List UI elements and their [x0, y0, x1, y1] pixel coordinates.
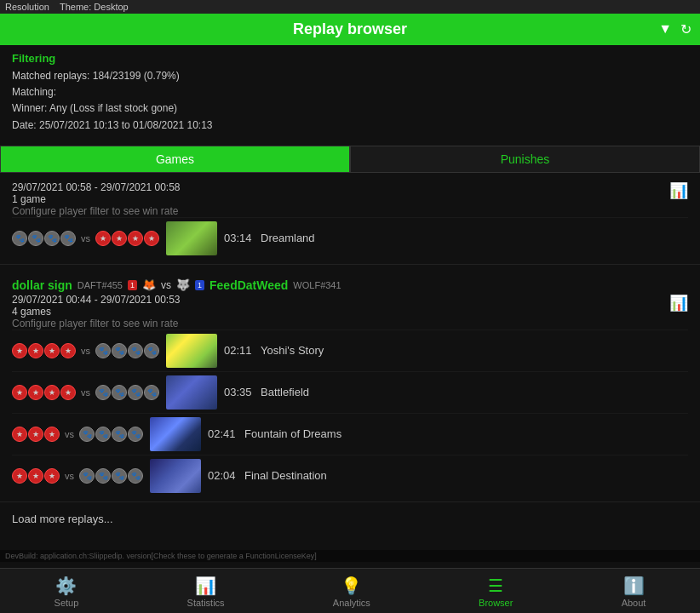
game-row-battlefield[interactable]: ★ ★ ★ ★ vs 🐾 🐾 🐾 🐾 03:35 Battlefield	[12, 371, 688, 413]
statistics-icon: 📊	[195, 576, 216, 596]
game-time-fountain: 02:41	[208, 427, 238, 440]
header: Replay browser ▼ ↻	[0, 14, 700, 45]
analytics-icon: 💡	[341, 576, 362, 596]
filtering-info: Matched replays: 184/23199 (0.79%) Match…	[12, 68, 688, 134]
tabs-container: Games Punishes	[0, 146, 700, 173]
left-chars-1: 🐾 🐾 🐾 🐾 vs ★ ★ ★ ★	[12, 231, 159, 246]
date-range-text: Date: 25/07/2021 10:13 to 01/08/2021 10:…	[12, 117, 688, 134]
filtering-title: Filtering	[12, 52, 688, 65]
about-icon: ℹ️	[623, 576, 645, 596]
matching-label: Matching:	[12, 84, 688, 100]
player1-char-icon: 🦊	[142, 278, 156, 291]
player2-char-icon: 🐺	[176, 278, 190, 291]
game-row-fountain[interactable]: ★ ★ ★ vs 🐾 🐾 🐾 🐾 02:41 Fountain of Dream…	[12, 413, 688, 455]
date-range-1: 29/07/2021 00:58 - 29/07/2021 00:58	[12, 181, 181, 193]
vs-sep: vs	[161, 279, 171, 291]
game-count-2: 4 games	[12, 306, 181, 318]
nav-setup-label: Setup	[55, 598, 79, 608]
char-icon: ★	[144, 231, 159, 246]
char-icon: ★	[112, 231, 127, 246]
chart-icon-1[interactable]: 📊	[669, 181, 688, 200]
stage-thumb-fountain	[150, 417, 201, 451]
game-stage-battlefield: Battlefield	[261, 386, 309, 398]
game-row-yoshi[interactable]: ★ ★ ★ ★ vs 🐾 🐾 🐾 🐾 02:11 Yoshi's Story	[12, 329, 688, 371]
menu-bar: Resolution Theme: Desktop	[0, 0, 700, 14]
setup-icon: ⚙️	[55, 576, 77, 596]
char-icon: ★	[95, 231, 111, 246]
nav-about[interactable]: ℹ️ About	[613, 572, 655, 611]
game-row-final[interactable]: ★ ★ ★ vs 🐾 🐾 🐾 🐾 02:04 Final Destination	[12, 455, 688, 496]
footer-dev-text: DevBuild: application.ch:Sliippedip. ver…	[0, 550, 700, 562]
players-row-2: dollar sign DAFT#455 1 🦊 vs 🐺 1 FeedDatW…	[12, 278, 688, 292]
game-time-battlefield: 03:35	[224, 386, 254, 398]
player2-tag: WOLF#341	[293, 280, 341, 290]
vs-1: vs	[81, 233, 90, 243]
char-icon: 🐾	[28, 231, 43, 246]
nav-about-label: About	[622, 598, 646, 608]
player1-name: dollar sign	[12, 278, 72, 292]
game-count-1: 1 game	[12, 193, 181, 205]
menu-theme[interactable]: Theme: Desktop	[60, 2, 129, 12]
bottom-nav: ⚙️ Setup 📊 Statistics 💡 Analytics ☰ Brow…	[0, 568, 700, 613]
date-range-2: 29/07/2021 00:44 - 29/07/2021 00:53	[12, 294, 181, 306]
nav-analytics-label: Analytics	[333, 598, 370, 608]
nav-statistics[interactable]: 📊 Statistics	[179, 572, 233, 611]
page-title: Replay browser	[293, 20, 407, 38]
win-rate-2: Configure player filter to see win rate	[12, 318, 181, 329]
win-rate-1: Configure player filter to see win rate	[12, 205, 181, 217]
stage-thumb-dreamland	[166, 221, 217, 255]
load-more-button[interactable]: Load more replays...	[0, 502, 700, 536]
winner-text: Winner: Any (Loss if last stock gone)	[12, 100, 688, 117]
game-time-final: 02:04	[208, 469, 238, 482]
content-area: 29/07/2021 00:58 - 29/07/2021 00:58 1 ga…	[0, 173, 700, 536]
left-chars-fountain: ★ ★ ★ vs 🐾 🐾 🐾 🐾	[12, 427, 143, 442]
game-time-dreamland: 03:14	[224, 232, 254, 244]
refresh-icon[interactable]: ↻	[680, 21, 691, 37]
game-time-yoshi: 02:11	[224, 344, 254, 357]
char-icon: ★	[128, 231, 143, 246]
match-group-2: dollar sign DAFT#455 1 🦊 vs 🐺 1 FeedDatW…	[0, 265, 700, 502]
nav-browser[interactable]: ☰ Browser	[470, 572, 521, 611]
player1-tag: DAFT#455	[77, 280, 123, 290]
browser-icon: ☰	[488, 576, 503, 596]
game-stage-yoshi: Yoshi's Story	[261, 344, 324, 357]
nav-analytics[interactable]: 💡 Analytics	[324, 572, 379, 611]
nav-statistics-label: Statistics	[187, 598, 225, 608]
match-group-1: 29/07/2021 00:58 - 29/07/2021 00:58 1 ga…	[0, 173, 700, 265]
chart-icon-2[interactable]: 📊	[669, 294, 688, 312]
char-icon: 🐾	[12, 231, 27, 246]
left-chars-final: ★ ★ ★ vs 🐾 🐾 🐾 🐾	[12, 468, 143, 484]
stage-thumb-yoshi	[166, 334, 217, 368]
char-icon: 🐾	[60, 231, 76, 246]
player2-badge: 1	[195, 280, 204, 290]
filter-icon[interactable]: ▼	[658, 21, 672, 37]
game-stage-final: Final Destination	[244, 469, 327, 482]
menu-resolution[interactable]: Resolution	[5, 2, 49, 12]
game-row-dreamland[interactable]: 🐾 🐾 🐾 🐾 vs ★ ★ ★ ★ 03:14 Dreamland	[12, 217, 688, 259]
game-stage-fountain: Fountain of Dreams	[244, 427, 341, 440]
stage-thumb-final	[150, 459, 201, 493]
nav-setup[interactable]: ⚙️ Setup	[46, 572, 88, 611]
filtering-section: Filtering Matched replays: 184/23199 (0.…	[0, 45, 700, 140]
matched-replays-text: Matched replays: 184/23199 (0.79%)	[12, 68, 688, 84]
char-icon: 🐾	[44, 231, 60, 246]
stage-thumb-battlefield	[166, 375, 217, 410]
player1-badge: 1	[128, 280, 137, 290]
nav-browser-label: Browser	[479, 598, 513, 608]
tab-punishes[interactable]: Punishes	[350, 146, 700, 173]
header-icons: ▼ ↻	[658, 21, 691, 37]
game-stage-dreamland: Dreamland	[261, 232, 315, 244]
player2-name: FeedDatWeed	[209, 278, 288, 292]
left-chars-yoshi: ★ ★ ★ ★ vs 🐾 🐾 🐾 🐾	[12, 343, 159, 358]
left-chars-battlefield: ★ ★ ★ ★ vs 🐾 🐾 🐾 🐾	[12, 385, 159, 400]
tab-games[interactable]: Games	[0, 146, 350, 173]
